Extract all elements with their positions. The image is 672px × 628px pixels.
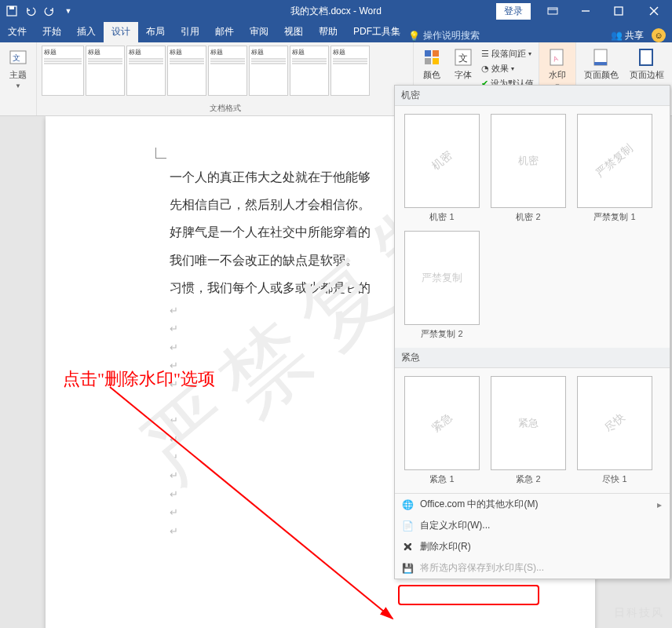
document-title: 我的文档.docx - Word [290,5,382,18]
watermark-option[interactable]: 尽快尽快 1 [575,376,654,485]
svg-rect-1 [9,6,14,9]
fonts-button[interactable]: 文字体 [450,46,477,90]
dropdown-arrow-icon: ▼ [15,82,21,89]
redo-icon[interactable] [41,2,58,20]
remove-icon: 🗙 [401,541,414,553]
save-to-gallery: 💾将所选内容保存到水印库(S)... [395,557,670,579]
save-icon[interactable] [3,2,20,20]
tab-home[interactable]: 开始 [35,21,69,42]
svg-rect-20 [640,49,652,65]
style-thumb[interactable]: 标题 [167,46,206,96]
svg-rect-5 [615,7,623,15]
custom-watermark[interactable]: 📄自定义水印(W)... [395,515,670,536]
watermark-grid-confidential: 机密机密 1 机密机密 2 严禁复制严禁复制 1 严禁复制严禁复制 2 [395,106,670,348]
watermark-label: 严禁复制 1 [593,211,635,223]
themes-label: 主题 [9,69,27,81]
share-button[interactable]: 👥共享 [611,29,644,42]
minimize-icon[interactable] [570,0,601,22]
watermark-icon: A [547,47,568,68]
para-spacing-button[interactable]: ☰段落间距▾ [481,47,534,60]
watermark-option[interactable]: 机密机密 1 [403,114,481,223]
close-icon[interactable] [636,0,672,22]
watermark-label: 水印 [549,69,566,81]
group-label-doc-format: 文档格式 [42,101,408,114]
style-thumb[interactable]: 标题 [331,46,370,96]
watermark-option[interactable]: 严禁复制严禁复制 2 [403,231,481,340]
undo-icon[interactable] [22,2,39,20]
save-gallery-icon: 💾 [401,562,414,575]
remove-watermark[interactable]: 🗙删除水印(R) [395,536,670,557]
window-controls: 登录 [496,0,672,22]
style-thumb[interactable]: 标题 [290,46,329,96]
ribbon-display-icon[interactable] [537,0,568,22]
svg-rect-19 [594,62,607,65]
page-border-icon [637,47,657,68]
style-thumb[interactable]: 标题 [42,46,84,96]
themes-icon: 文 [8,47,28,68]
source-watermark: 日科技风 [614,606,664,620]
style-thumb[interactable]: 标题 [208,46,247,96]
tab-review[interactable]: 审阅 [242,21,276,42]
tab-pdf[interactable]: PDF工具集 [345,21,408,42]
style-thumb[interactable]: 标题 [126,46,166,96]
fonts-icon: 文 [453,47,473,68]
chevron-right-icon: ▸ [657,499,662,510]
tab-view[interactable]: 视图 [276,21,311,42]
colors-icon [422,47,442,68]
svg-rect-10 [425,50,431,57]
share-label: 共享 [625,29,644,42]
page-color-icon [591,47,612,68]
style-gallery[interactable]: 标题 标题 标题 标题 标题 标题 标题 标题 [42,46,408,99]
bulb-icon: 💡 [408,31,420,42]
spacing-icon: ☰ [481,49,489,59]
watermark-label: 紧急 2 [516,473,540,485]
watermark-label: 严禁复制 2 [421,328,462,340]
tab-layout[interactable]: 布局 [138,21,173,42]
more-office-watermarks[interactable]: 🌐Office.com 中的其他水印(M)▸ [395,494,670,515]
qat-customize-icon[interactable]: ▼ [60,2,77,20]
svg-rect-12 [425,58,431,64]
watermark-label: 紧急 1 [429,473,454,485]
svg-rect-11 [433,50,439,57]
page-color-button[interactable]: 页面颜色 [581,46,622,82]
annotation-text: 点击"删除水印"选项 [63,367,215,391]
title-bar: ▼ 我的文档.docx - Word 登录 [0,0,672,22]
watermark-option[interactable]: 紧急紧急 1 [403,376,481,485]
tell-me-search[interactable]: 💡 操作说明搜索 [408,29,480,42]
login-button[interactable]: 登录 [496,3,531,20]
watermark-label: 机密 1 [429,211,454,223]
svg-rect-2 [548,8,557,14]
tab-insert[interactable]: 插入 [69,21,104,42]
tab-design[interactable]: 设计 [104,21,138,42]
watermark-option[interactable]: 严禁复制严禁复制 1 [575,114,654,223]
share-icon: 👥 [611,30,623,41]
ribbon-tabs: 文件 开始 插入 设计 布局 引用 邮件 审阅 视图 帮助 PDF工具集 💡 操… [0,22,672,42]
watermark-option[interactable]: 紧急紧急 2 [489,376,568,485]
margin-corner-mark [155,148,166,159]
maximize-icon[interactable] [603,0,634,22]
tab-mailings[interactable]: 邮件 [207,21,242,42]
colors-button[interactable]: 颜色 [418,46,445,90]
watermark-dropdown: 机密 机密机密 1 机密机密 2 严禁复制严禁复制 1 严禁复制严禁复制 2 紧… [394,85,670,579]
page-border-button[interactable]: 页面边框 [626,46,667,82]
tab-references[interactable]: 引用 [173,21,207,42]
office-icon: 🌐 [401,498,414,511]
themes-button[interactable]: 文 主题 ▼ [5,46,31,91]
colors-label: 颜色 [423,69,440,81]
watermark-option[interactable]: 机密机密 2 [489,114,568,223]
style-thumb[interactable]: 标题 [249,46,288,96]
feedback-smiley-icon[interactable]: ☺ [652,28,666,42]
tab-help[interactable]: 帮助 [311,21,345,42]
style-thumb[interactable]: 标题 [86,46,125,96]
dropdown-section-urgent: 紧急 [395,348,670,368]
fonts-label: 字体 [455,69,472,81]
effects-button[interactable]: ◔效果▾ [481,62,534,75]
custom-icon: 📄 [401,520,414,532]
watermark-label: 尽快 1 [602,473,626,485]
tab-file[interactable]: 文件 [0,21,35,42]
dropdown-menu: 🌐Office.com 中的其他水印(M)▸ 📄自定义水印(W)... 🗙删除水… [395,493,670,579]
svg-text:文: 文 [13,53,20,62]
svg-rect-13 [433,58,439,64]
dropdown-section-confidential: 机密 [395,86,670,106]
watermark-label: 机密 2 [516,211,540,223]
